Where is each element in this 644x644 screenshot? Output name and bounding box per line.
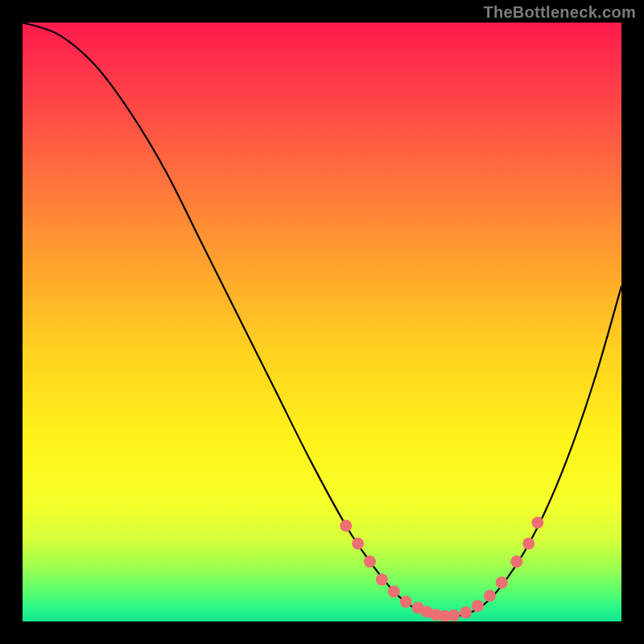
valley-marker xyxy=(340,519,352,531)
valley-marker xyxy=(460,606,472,618)
curve-svg xyxy=(23,23,621,621)
watermark-text: TheBottleneck.com xyxy=(483,3,636,22)
valley-marker xyxy=(352,538,364,550)
valley-marker xyxy=(448,609,460,621)
valley-marker xyxy=(522,538,535,550)
chart-frame: TheBottleneck.com xyxy=(0,0,644,644)
valley-marker xyxy=(496,576,508,588)
plot-area xyxy=(23,23,621,621)
valley-marker xyxy=(472,600,484,612)
bottleneck-curve xyxy=(23,23,621,617)
valley-marker xyxy=(364,555,376,568)
valley-marker xyxy=(531,517,543,529)
valley-marker xyxy=(388,585,400,597)
valley-marker xyxy=(510,555,522,568)
curve-line xyxy=(23,23,621,617)
valley-marker xyxy=(376,573,388,585)
valley-marker xyxy=(400,596,412,608)
valley-marker xyxy=(484,590,496,602)
